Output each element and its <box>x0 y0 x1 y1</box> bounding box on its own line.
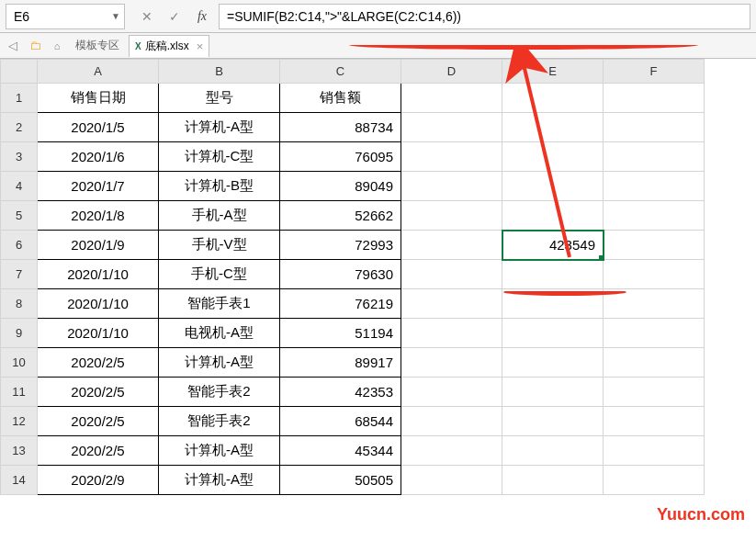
name-box-dropdown-icon[interactable]: ▼ <box>111 11 120 21</box>
cell[interactable]: 型号 <box>159 84 280 113</box>
fill-handle[interactable] <box>599 255 604 260</box>
row-header[interactable]: 1 <box>1 84 38 113</box>
cell[interactable]: 2020/1/5 <box>38 113 159 142</box>
cell[interactable] <box>401 466 502 495</box>
cell[interactable]: 89917 <box>280 348 401 378</box>
row-header[interactable]: 4 <box>1 172 38 201</box>
cell[interactable] <box>604 201 705 231</box>
enter-icon[interactable]: ✓ <box>162 4 187 29</box>
doc-tab-file[interactable]: X 底稿.xlsx × <box>129 35 209 57</box>
col-header-C[interactable]: C <box>280 60 401 84</box>
home-icon[interactable]: ⌂ <box>48 37 66 55</box>
fx-icon[interactable]: fx <box>189 4 215 29</box>
row-header[interactable]: 10 <box>1 348 38 378</box>
cell[interactable]: 45344 <box>280 436 401 466</box>
select-all-corner[interactable] <box>1 60 38 84</box>
cell[interactable] <box>401 289 502 319</box>
cell[interactable]: 计算机-B型 <box>159 172 280 201</box>
cell[interactable]: 计算机-A型 <box>159 436 280 466</box>
cell[interactable] <box>502 407 604 436</box>
cancel-icon[interactable]: ✕ <box>134 4 160 29</box>
cell[interactable] <box>604 348 705 378</box>
cell[interactable]: 2020/1/6 <box>38 142 159 172</box>
template-zone-label[interactable]: 模板专区 <box>70 38 125 53</box>
cell[interactable] <box>604 113 705 142</box>
col-header-F[interactable]: F <box>604 60 705 84</box>
cell[interactable]: 42353 <box>280 378 401 407</box>
cell[interactable]: 计算机-A型 <box>159 466 280 495</box>
cell[interactable] <box>502 378 604 407</box>
cell[interactable]: 销售额 <box>280 84 401 113</box>
cell[interactable] <box>401 113 502 142</box>
cell[interactable]: 68544 <box>280 407 401 436</box>
cell[interactable]: 50505 <box>280 466 401 495</box>
cell[interactable]: 2020/1/10 <box>38 260 159 289</box>
cell[interactable]: 智能手表2 <box>159 407 280 436</box>
cell[interactable]: 89049 <box>280 172 401 201</box>
cell[interactable] <box>502 289 604 319</box>
cell[interactable] <box>604 378 705 407</box>
cell[interactable] <box>604 436 705 466</box>
cell[interactable] <box>502 113 604 142</box>
row-header[interactable]: 13 <box>1 436 38 466</box>
cell[interactable] <box>401 142 502 172</box>
row-header[interactable]: 9 <box>1 319 38 348</box>
col-header-A[interactable]: A <box>38 60 159 84</box>
cell[interactable]: 手机-C型 <box>159 260 280 289</box>
col-header-B[interactable]: B <box>159 60 280 84</box>
name-box[interactable]: E6 ▼ <box>6 4 125 29</box>
cell[interactable]: 79630 <box>280 260 401 289</box>
cell[interactable]: 计算机-C型 <box>159 142 280 172</box>
cell[interactable]: 2020/1/10 <box>38 319 159 348</box>
active-cell-E6[interactable]: 423549 <box>502 231 604 260</box>
cell[interactable]: 手机-A型 <box>159 201 280 231</box>
cell[interactable]: 销售日期 <box>38 84 159 113</box>
cell[interactable] <box>502 466 604 495</box>
cell[interactable] <box>401 172 502 201</box>
grid-table[interactable]: A B C D E F 1 销售日期 型号 销售额 2 2020/1/5 计算机… <box>0 59 705 495</box>
back-icon[interactable]: ◁ <box>4 37 22 55</box>
row-header[interactable]: 8 <box>1 289 38 319</box>
row-header[interactable]: 3 <box>1 142 38 172</box>
cell[interactable] <box>604 84 705 113</box>
cell[interactable]: 智能手表2 <box>159 378 280 407</box>
cell[interactable] <box>502 348 604 378</box>
cell[interactable] <box>502 172 604 201</box>
formula-input[interactable]: =SUMIF(B2:C14,">"&LARGE(C2:C14,6)) <box>219 4 750 29</box>
row-header[interactable]: 2 <box>1 113 38 142</box>
cell[interactable]: 52662 <box>280 201 401 231</box>
cell[interactable] <box>401 436 502 466</box>
cell[interactable]: 2020/1/7 <box>38 172 159 201</box>
cell[interactable]: 电视机-A型 <box>159 319 280 348</box>
row-header[interactable]: 12 <box>1 407 38 436</box>
col-header-E[interactable]: E <box>502 60 604 84</box>
close-tab-icon[interactable]: × <box>197 39 204 53</box>
row-header[interactable]: 6 <box>1 231 38 260</box>
row-header[interactable]: 7 <box>1 260 38 289</box>
folder-icon[interactable]: 🗀 <box>26 37 44 55</box>
cell[interactable]: 2020/1/10 <box>38 289 159 319</box>
cell[interactable] <box>502 436 604 466</box>
cell[interactable] <box>604 231 705 260</box>
cell[interactable]: 88734 <box>280 113 401 142</box>
cell[interactable]: 2020/2/5 <box>38 378 159 407</box>
row-header[interactable]: 14 <box>1 466 38 495</box>
cell[interactable]: 智能手表1 <box>159 289 280 319</box>
cell[interactable] <box>401 84 502 113</box>
cell[interactable] <box>604 260 705 289</box>
cell[interactable] <box>401 348 502 378</box>
row-header[interactable]: 11 <box>1 378 38 407</box>
cell[interactable]: 计算机-A型 <box>159 348 280 378</box>
cell[interactable]: 2020/1/8 <box>38 201 159 231</box>
cell[interactable] <box>604 142 705 172</box>
col-header-D[interactable]: D <box>401 60 502 84</box>
cell[interactable] <box>401 201 502 231</box>
cell[interactable]: 76219 <box>280 289 401 319</box>
cell[interactable]: 2020/2/5 <box>38 436 159 466</box>
row-header[interactable]: 5 <box>1 201 38 231</box>
cell[interactable]: 51194 <box>280 319 401 348</box>
cell[interactable] <box>502 142 604 172</box>
cell[interactable] <box>401 319 502 348</box>
cell[interactable]: 2020/1/9 <box>38 231 159 260</box>
cell[interactable]: 2020/2/5 <box>38 348 159 378</box>
